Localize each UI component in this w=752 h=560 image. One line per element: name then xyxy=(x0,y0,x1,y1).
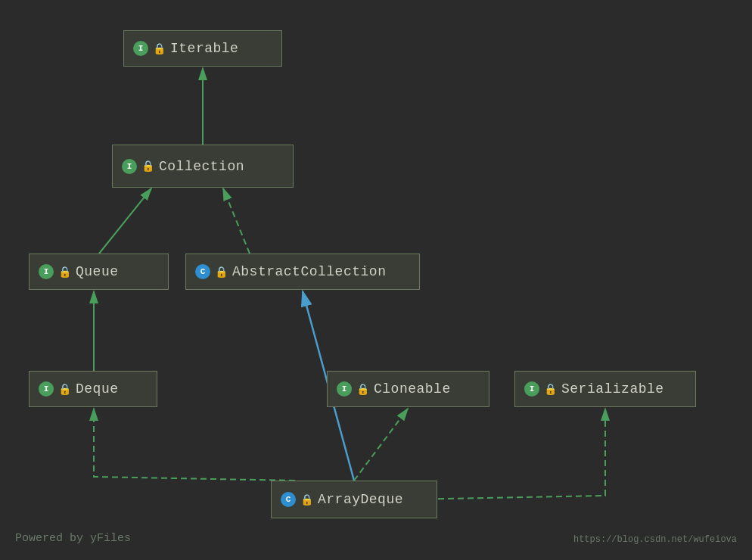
node-arraydeque[interactable]: C 🔒 ArrayDeque xyxy=(271,481,437,518)
svg-line-1 xyxy=(99,188,151,254)
lock-icon-iterable: 🔒 xyxy=(153,42,166,55)
badge-serializable: I xyxy=(524,381,539,397)
node-abstractcollection[interactable]: C 🔒 AbstractCollection xyxy=(185,254,420,290)
lock-icon-abstractcollection: 🔒 xyxy=(215,266,228,278)
label-abstractcollection: AbstractCollection xyxy=(232,264,386,279)
lock-icon-cloneable: 🔒 xyxy=(356,383,369,396)
badge-deque: I xyxy=(39,381,54,397)
badge-queue: I xyxy=(39,264,54,279)
footer-right: https://blog.csdn.net/wufeiova xyxy=(573,534,737,545)
label-cloneable: Cloneable xyxy=(374,381,451,397)
label-deque: Deque xyxy=(76,381,119,397)
node-iterable[interactable]: I 🔒 Iterable xyxy=(123,30,282,67)
label-collection: Collection xyxy=(159,159,244,174)
footer-left: Powered by yFiles xyxy=(15,532,131,545)
badge-cloneable: I xyxy=(337,381,352,397)
svg-line-5 xyxy=(354,409,408,481)
lock-icon-deque: 🔒 xyxy=(58,383,71,396)
node-deque[interactable]: I 🔒 Deque xyxy=(29,371,157,407)
lock-icon-queue: 🔒 xyxy=(58,266,71,278)
badge-abstractcollection: C xyxy=(195,264,210,279)
lock-icon-serializable: 🔒 xyxy=(544,383,557,396)
lock-icon-arraydeque: 🔒 xyxy=(300,493,313,506)
label-queue: Queue xyxy=(76,264,119,279)
label-serializable: Serializable xyxy=(561,381,664,397)
label-arraydeque: ArrayDeque xyxy=(318,492,403,507)
badge-arraydeque: C xyxy=(281,492,296,507)
diagram-container: I 🔒 Iterable I 🔒 Collection I 🔒 Queue C … xyxy=(0,0,752,560)
lock-icon-collection: 🔒 xyxy=(141,160,154,173)
label-iterable: Iterable xyxy=(170,41,238,56)
node-serializable[interactable]: I 🔒 Serializable xyxy=(514,371,696,407)
badge-collection: I xyxy=(122,159,137,174)
node-queue[interactable]: I 🔒 Queue xyxy=(29,254,169,290)
badge-iterable: I xyxy=(133,41,148,56)
node-collection[interactable]: I 🔒 Collection xyxy=(112,145,294,188)
node-cloneable[interactable]: I 🔒 Cloneable xyxy=(327,371,489,407)
svg-line-2 xyxy=(223,188,250,254)
